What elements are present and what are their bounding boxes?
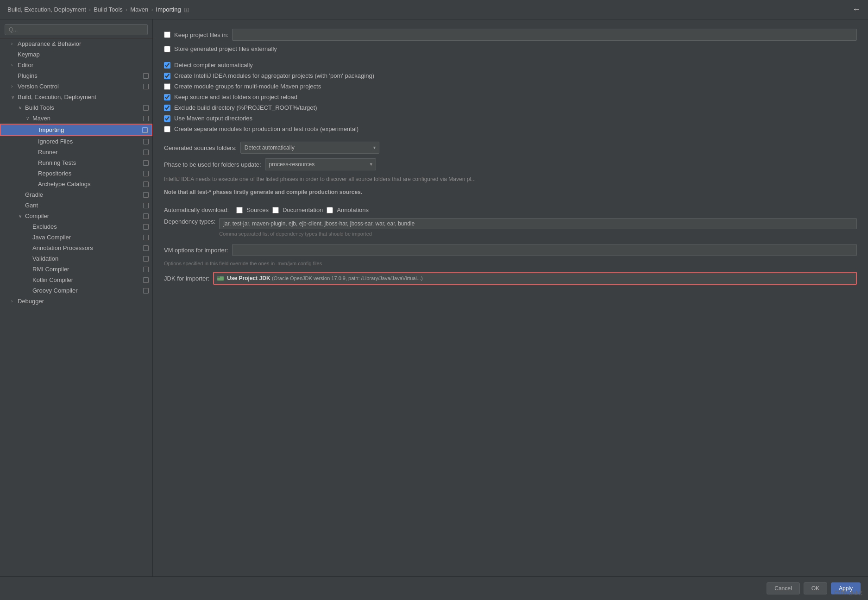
exclude-build-checkbox[interactable] xyxy=(164,105,170,111)
settings-icon xyxy=(143,171,149,176)
sidebar-item-label: Annotation Processors xyxy=(32,244,93,251)
vm-options-input[interactable] xyxy=(232,244,857,256)
sidebar-item-java-compiler[interactable]: Java Compiler xyxy=(0,232,152,243)
dependency-types-input[interactable] xyxy=(219,218,857,229)
keep-source-label: Keep source and test folders on project … xyxy=(174,94,297,100)
arrow-icon: › xyxy=(11,62,18,68)
create-module-groups-checkbox[interactable] xyxy=(164,83,170,90)
breadcrumb-part-1[interactable]: Build, Execution, Deployment xyxy=(7,6,86,13)
watermark: CSDN @动态 xyxy=(834,590,862,596)
breadcrumb-part-2[interactable]: Build Tools xyxy=(94,6,123,13)
create-separate-row: Create separate modules for production a… xyxy=(164,125,857,132)
phase-row: Phase to be used for folders update: pro… xyxy=(164,158,857,170)
sidebar-item-label: Gradle xyxy=(25,191,43,198)
content-area: Keep project files in: Store generated p… xyxy=(153,19,868,576)
sidebar-item-validation[interactable]: Validation xyxy=(0,253,152,264)
sidebar-item-label: Java Compiler xyxy=(32,234,71,241)
phase-select[interactable]: process-resources xyxy=(265,158,376,170)
detect-compiler-checkbox[interactable] xyxy=(164,62,170,69)
breadcrumb-sep-2: › xyxy=(126,6,127,13)
create-separate-checkbox[interactable] xyxy=(164,126,170,132)
create-module-groups-row: Create module groups for multi-module Ma… xyxy=(164,83,857,90)
documentation-label: Documentation xyxy=(283,206,323,213)
sidebar-item-kotlin-compiler[interactable]: Kotlin Compiler xyxy=(0,275,152,285)
auto-download-label: Automatically download: xyxy=(164,206,229,213)
sidebar-item-build-execution[interactable]: ∨ Build, Execution, Deployment xyxy=(0,92,152,102)
search-input[interactable] xyxy=(5,24,148,35)
exclude-build-row: Exclude build directory (%PROJECT_ROOT%/… xyxy=(164,104,857,111)
sidebar-item-build-tools[interactable]: ∨ Build Tools xyxy=(0,102,152,113)
keep-source-row: Keep source and test folders on project … xyxy=(164,94,857,100)
annotations-checkbox[interactable] xyxy=(327,207,333,213)
keep-project-files-input[interactable] xyxy=(232,29,857,41)
sources-checkbox[interactable] xyxy=(236,207,243,213)
sidebar-item-label: Build Tools xyxy=(25,104,54,111)
vm-options-row: VM options for importer: xyxy=(164,244,857,256)
store-generated-row: Store generated project files externally xyxy=(164,45,857,52)
sidebar-item-running-tests[interactable]: Running Tests xyxy=(0,157,152,168)
jdk-text: Use Project JDK (Oracle OpenJDK version … xyxy=(227,275,422,281)
create-module-groups-label: Create module groups for multi-module Ma… xyxy=(174,83,321,90)
back-button[interactable]: ← xyxy=(852,5,861,14)
create-intellij-checkbox[interactable] xyxy=(164,73,170,79)
sidebar-item-annotation-processors[interactable]: Annotation Processors xyxy=(0,243,152,253)
note-text: IntelliJ IDEA needs to execute one of th… xyxy=(164,175,581,183)
auto-download-row: Automatically download: Sources Document… xyxy=(164,206,857,213)
sidebar-item-runner[interactable]: Runner xyxy=(0,147,152,157)
sidebar-item-debugger[interactable]: › Debugger xyxy=(0,296,152,306)
settings-icon xyxy=(143,235,149,240)
store-generated-label: Store generated project files externally xyxy=(174,45,277,52)
sidebar-item-label: Ignored Files xyxy=(38,138,73,145)
sidebar-item-groovy-compiler[interactable]: Groovy Compiler xyxy=(0,285,152,296)
sidebar-item-label: Running Tests xyxy=(38,159,76,166)
sidebar-item-rmi-compiler[interactable]: RMI Compiler xyxy=(0,264,152,275)
sidebar-item-excludes[interactable]: Excludes xyxy=(0,221,152,232)
jdk-row: JDK for importer: Use Project JDK (Oracl… xyxy=(164,272,857,285)
settings-icon xyxy=(143,267,149,272)
keep-source-checkbox[interactable] xyxy=(164,94,170,100)
sidebar-item-compiler[interactable]: ∨ Compiler xyxy=(0,211,152,221)
sidebar-item-label: Runner xyxy=(38,149,58,156)
sidebar-item-maven[interactable]: ∨ Maven xyxy=(0,113,152,124)
svg-rect-1 xyxy=(217,276,220,278)
sidebar-item-version-control[interactable]: › Version Control xyxy=(0,81,152,92)
generated-sources-select[interactable]: Detect automatically xyxy=(240,142,379,154)
sidebar-item-label: RMI Compiler xyxy=(32,266,69,273)
sidebar-item-archetype-catalogs[interactable]: Archetype Catalogs xyxy=(0,179,152,189)
sidebar-item-repositories[interactable]: Repositories xyxy=(0,168,152,179)
sources-label: Sources xyxy=(246,206,269,213)
annotations-label: Annotations xyxy=(337,206,369,213)
generated-sources-row: Generated sources folders: Detect automa… xyxy=(164,142,857,154)
arrow-icon: ∨ xyxy=(19,213,25,219)
settings-icon xyxy=(143,288,149,294)
sidebar-item-label: Archetype Catalogs xyxy=(38,181,90,188)
breadcrumb: Build, Execution, Deployment › Build Too… xyxy=(7,6,852,13)
sidebar-item-plugins[interactable]: Plugins xyxy=(0,70,152,81)
sidebar-item-appearance[interactable]: › Appearance & Behavior xyxy=(0,38,152,49)
sidebar-item-keymap[interactable]: Keymap xyxy=(0,49,152,60)
ok-button[interactable]: OK xyxy=(804,582,827,594)
sidebar-item-gant[interactable]: Gant xyxy=(0,200,152,211)
jdk-selector[interactable]: Use Project JDK (Oracle OpenJDK version … xyxy=(213,272,857,285)
sidebar-item-label: Importing xyxy=(39,126,64,133)
keep-project-files-checkbox[interactable] xyxy=(164,31,170,38)
breadcrumb-sep-3: › xyxy=(151,6,153,13)
note-text-2: Note that all test-* phases firstly gene… xyxy=(164,188,581,196)
cancel-button[interactable]: Cancel xyxy=(767,582,799,594)
settings-icon xyxy=(143,203,149,208)
exclude-build-label: Exclude build directory (%PROJECT_ROOT%/… xyxy=(174,104,317,111)
sidebar-item-ignored-files[interactable]: Ignored Files xyxy=(0,136,152,147)
use-maven-output-checkbox[interactable] xyxy=(164,115,170,122)
sidebar-item-gradle[interactable]: Gradle xyxy=(0,189,152,200)
sidebar-item-importing[interactable]: Importing xyxy=(0,124,152,136)
sidebar-item-editor[interactable]: › Editor xyxy=(0,60,152,70)
keep-project-files-label: Keep project files in: xyxy=(174,31,228,38)
settings-icon xyxy=(143,277,149,283)
documentation-checkbox[interactable] xyxy=(272,207,279,213)
sidebar-item-label: Excludes xyxy=(32,223,57,230)
create-intellij-row: Create IntelliJ IDEA modules for aggrega… xyxy=(164,72,857,79)
settings-icon xyxy=(142,127,148,133)
store-generated-checkbox[interactable] xyxy=(164,46,170,52)
breadcrumb-part-3[interactable]: Maven xyxy=(130,6,148,13)
phase-label: Phase to be used for folders update: xyxy=(164,161,261,168)
